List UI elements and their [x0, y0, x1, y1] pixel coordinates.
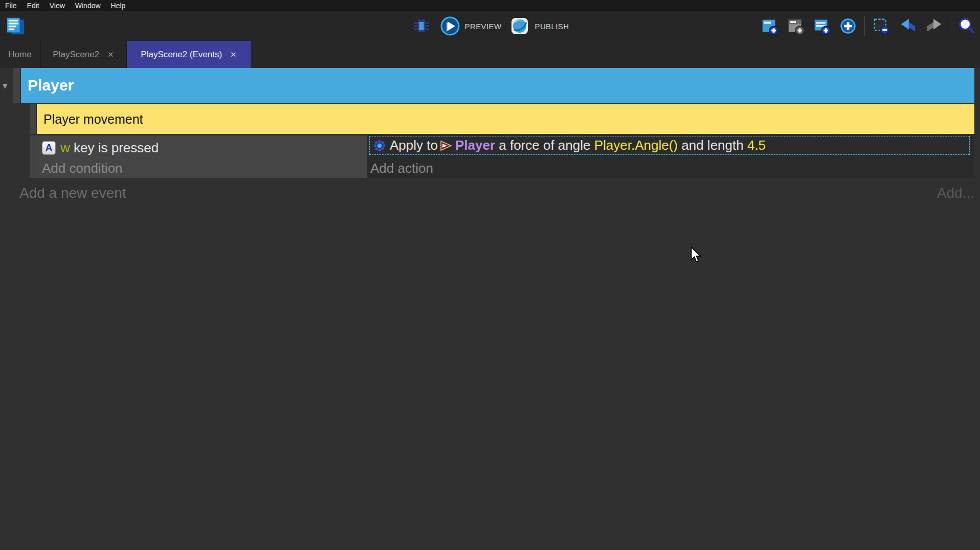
add-comment-button[interactable] — [811, 14, 833, 38]
tab-label: Home — [8, 50, 31, 60]
comment-block[interactable]: Player movement — [37, 104, 974, 134]
preview-button[interactable]: PREVIEW — [440, 14, 502, 38]
tab-home[interactable]: Home — [0, 41, 41, 68]
action-row-selected[interactable]: Apply toPlayer a force of angle Player.A… — [369, 136, 970, 155]
add-new-button[interactable] — [837, 14, 859, 38]
comment-text: Player movement — [43, 112, 143, 127]
keyboard-key-icon: A — [42, 141, 56, 155]
menu-view[interactable]: View — [50, 0, 65, 11]
action-object-name: Player — [455, 138, 495, 153]
action-text: Apply toPlayer a force of angle Player.A… — [390, 138, 766, 153]
project-manager-button[interactable] — [5, 14, 27, 38]
search-button[interactable] — [955, 14, 978, 38]
mouse-cursor — [689, 246, 702, 263]
condition-text: w key is pressed — [60, 140, 159, 156]
play-icon — [440, 16, 460, 36]
selection-minus-icon — [872, 16, 891, 36]
group-drag-handle[interactable] — [13, 68, 20, 103]
close-icon[interactable]: ✕ — [107, 50, 114, 59]
condition-row[interactable]: A w key is pressed — [42, 139, 159, 156]
menu-edit[interactable]: Edit — [27, 0, 39, 11]
debug-icon — [411, 16, 432, 36]
tab-playscene2-events[interactable]: PlayScene2 (Events) ✕ — [127, 41, 251, 68]
add-more-button[interactable]: Add... — [937, 185, 974, 201]
publish-icon — [509, 16, 530, 36]
menu-window[interactable]: Window — [75, 0, 101, 11]
event-group-header[interactable]: Player — [21, 68, 974, 103]
search-icon — [957, 16, 976, 36]
tab-label: PlayScene2 — [53, 50, 99, 60]
event-drag-handle[interactable] — [30, 135, 36, 178]
add-subevent-button[interactable] — [785, 14, 807, 38]
player-object-icon — [440, 140, 452, 151]
publish-label: PUBLISH — [534, 22, 569, 31]
group-title: Player — [28, 77, 74, 94]
action-expression: Player.Angle() — [594, 138, 678, 153]
menu-file[interactable]: File — [5, 0, 17, 11]
condition-key-value: w — [60, 140, 70, 155]
toolbar: PREVIEW PUBLISH — [0, 11, 980, 41]
close-icon[interactable]: ✕ — [230, 50, 237, 59]
collapse-group-icon[interactable]: ▾ — [3, 80, 8, 91]
add-circle-icon — [838, 16, 858, 36]
conditions-column: A w key is pressed Add condition — [36, 135, 367, 178]
action-value: 4.5 — [747, 138, 766, 153]
toolbar-separator — [950, 16, 950, 36]
force-icon — [373, 139, 386, 152]
tab-playscene2[interactable]: PlayScene2 ✕ — [41, 41, 127, 68]
debugger-button[interactable] — [411, 14, 432, 38]
add-comment-icon — [812, 16, 832, 36]
redo-icon — [924, 16, 943, 36]
add-action-button[interactable]: Add action — [370, 161, 433, 176]
menu-help[interactable]: Help — [111, 0, 126, 11]
preview-label: PREVIEW — [465, 22, 502, 31]
remove-selection-button[interactable] — [870, 14, 893, 38]
tab-bar: Home PlayScene2 ✕ PlayScene2 (Events) ✕ — [0, 41, 980, 68]
add-condition-button[interactable]: Add condition — [42, 161, 123, 176]
publish-button[interactable]: PUBLISH — [509, 14, 569, 38]
add-new-event-button[interactable]: Add a new event — [19, 185, 126, 201]
add-event-button[interactable] — [759, 14, 781, 38]
redo-button[interactable] — [922, 14, 945, 38]
add-event-icon — [760, 16, 779, 36]
toolbar-separator — [864, 16, 865, 36]
actions-column: Apply toPlayer a force of angle Player.A… — [367, 135, 974, 178]
tab-label: PlayScene2 (Events) — [141, 50, 222, 60]
project-manager-icon — [5, 15, 27, 37]
add-subevent-icon — [786, 16, 806, 36]
menubar: File Edit View Window Help — [0, 0, 980, 11]
comment-drag-handle[interactable] — [30, 104, 36, 134]
undo-icon — [898, 16, 917, 36]
undo-button[interactable] — [896, 14, 919, 38]
